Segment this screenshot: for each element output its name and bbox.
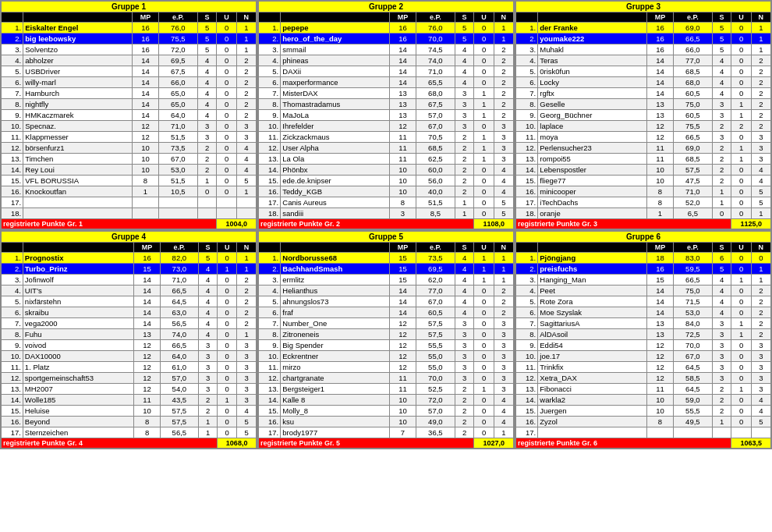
table-row: 18.: [2, 208, 257, 219]
col-header-ep: e.P.: [416, 12, 455, 23]
table-row: 2.BachhandSmash1569,5411: [259, 264, 514, 275]
table-row: 16.Zyzol849,5105: [516, 417, 771, 427]
table-row: 13.rompoi551168,5213: [516, 154, 771, 165]
table-row: 17.: [516, 427, 771, 438]
col-header-name: [281, 12, 390, 23]
col-header-mp: MP: [134, 243, 161, 253]
table-row: 16.minicooper871,0105: [516, 186, 771, 197]
table-row: 9.Big Spender1255,5303: [259, 340, 514, 351]
col-header-rank: [2, 243, 23, 253]
table-row: 5.nixfärstehn1464,5402: [2, 296, 257, 307]
table-row: 9.Eddi541270,0303: [516, 340, 771, 351]
col-header-ep: e.P.: [159, 12, 198, 23]
table-row: 2.Turbo_Prinz1573,0411: [2, 264, 257, 275]
footer-row: registrierte Punkte Gr. 41068,0: [2, 438, 257, 449]
table-row: 17.Sternzeichen856,5105: [2, 427, 257, 438]
table-row: 8.Zitroneneis1257,5303: [259, 329, 514, 340]
table-row: 14.warkla21059,0204: [516, 395, 771, 406]
col-header-rank: [259, 12, 281, 23]
table-row: 12.chartgranate1170,0303: [259, 373, 514, 384]
table-row: 16.ksu1049,0204: [259, 417, 514, 427]
bottom-row-groups: Gruppe 4MPe.P.SUN1.Prognostix1682,05012.…: [0, 230, 772, 449]
table-row: 13.Timchen1067,0204: [2, 154, 257, 165]
col-header-name: [538, 12, 647, 23]
table-row: 8.Thomastradamus1367,5312: [259, 99, 514, 110]
table-row: 3.Muhakl1666,0501: [516, 44, 771, 55]
group-wrapper-gruppe1: Gruppe 1MPe.P.SUN1.Eiskalter Engel1676,0…: [0, 0, 257, 230]
table-row: 17.: [2, 197, 257, 208]
table-row: 11.Trinkfix1264,5303: [516, 362, 771, 373]
table-row: 9.HMKaczmarek1464,0402: [2, 110, 257, 121]
table-row: 7.rgftx1460,5402: [516, 88, 771, 99]
col-header-u: U: [218, 243, 237, 253]
table-row: 14.Lebenspostler1057,5204: [516, 165, 771, 176]
col-header-n: N: [494, 12, 513, 23]
col-header-u: U: [474, 12, 494, 23]
table-row: 16.Knockoutfan110,5001: [2, 186, 257, 197]
col-header-ep: e.P.: [160, 243, 198, 253]
table-row: 7.vega20001456,5402: [2, 318, 257, 329]
col-header-n: N: [494, 243, 513, 253]
group-wrapper-gruppe2: Gruppe 2MPe.P.SUN1.pepepe1676,05012.hero…: [257, 0, 515, 230]
table-row: 5.DAXii1471,0402: [259, 66, 514, 77]
col-header-ep: e.P.: [674, 12, 713, 23]
table-row: 7.Number_One1257,5303: [259, 318, 514, 329]
table-row: 14.Kalle 81072,0204: [259, 395, 514, 406]
table-row: 2.youmake2221666,5501: [516, 34, 771, 44]
col-header-rank: [2, 12, 23, 23]
group-title-gruppe3: Gruppe 3: [516, 2, 771, 12]
table-row: 8.Geselle1375,0312: [516, 99, 771, 110]
table-row: 11.Zickzackmaus1170,5213: [259, 132, 514, 143]
table-row: 4.UIT's1466,5402: [2, 286, 257, 296]
table-row: 10.joe.171267,0303: [516, 351, 771, 362]
group-title-gruppe5: Gruppe 5: [259, 232, 514, 243]
col-header-n: N: [236, 12, 256, 23]
col-header-rank: [259, 243, 281, 253]
group-title-gruppe2: Gruppe 2: [259, 2, 514, 12]
col-header-name: [23, 12, 133, 23]
group-table-gruppe2: Gruppe 2MPe.P.SUN1.pepepe1676,05012.hero…: [258, 1, 514, 229]
table-row: 17.iTechDachs852,0105: [516, 197, 771, 208]
table-row: 16.Teddy_KGB1040,0204: [259, 186, 514, 197]
table-row: 1.Nordborusse681573,5411: [259, 253, 514, 264]
col-header-ep: e.P.: [674, 243, 713, 253]
table-row: 17.brody1977736,5201: [259, 427, 514, 438]
table-row: 4.phineas1474,0402: [259, 55, 514, 66]
table-row: 14.Phönbx1060,0204: [259, 165, 514, 176]
table-row: 1.Eiskalter Engel1676,0501: [2, 23, 257, 34]
table-row: 15.Heluise1057,5204: [2, 406, 257, 417]
table-row: 6.skraibu1463,0402: [2, 307, 257, 318]
table-row: 5.Rote Zora1471,5402: [516, 296, 771, 307]
table-row: 10.laplace1275,5222: [516, 121, 771, 132]
table-row: 6.willy-marl1466,0402: [2, 77, 257, 88]
table-row: 4.abholzer1469,5402: [2, 55, 257, 66]
footer-row: registrierte Punkte Gr. 21108,0: [259, 219, 514, 229]
group-table-gruppe1: Gruppe 1MPe.P.SUN1.Eiskalter Engel1676,0…: [1, 1, 257, 229]
table-row: 13.Fibonacci1164,5213: [516, 384, 771, 395]
table-row: 12.Xetra_DAX1258,5303: [516, 373, 771, 384]
group-table-gruppe3: Gruppe 3MPe.P.SUN1.der Franke1669,05012.…: [515, 1, 771, 229]
table-row: 1.Prognostix1682,0501: [2, 253, 257, 264]
table-row: 2.preisfuchs1659,5501: [516, 264, 771, 275]
groups-container: Gruppe 1MPe.P.SUN1.Eiskalter Engel1676,0…: [0, 0, 772, 449]
table-row: 4.Helianthus1477,0402: [259, 286, 514, 296]
col-header-ep: e.P.: [416, 243, 455, 253]
table-row: 9.voivod1266,5303: [2, 340, 257, 351]
col-header-name: [281, 243, 390, 253]
table-row: 3.smmail1474,5402: [259, 44, 514, 55]
table-row: 13.MH20071254,0303: [2, 384, 257, 395]
col-header-u: U: [474, 243, 494, 253]
table-row: 5.0risk0fun1468,5402: [516, 66, 771, 77]
table-row: 18.oranje16,5001: [516, 208, 771, 219]
col-header-mp: MP: [132, 12, 158, 23]
table-row: 15.Juergen1055,5204: [516, 406, 771, 417]
group-title-gruppe4: Gruppe 4: [2, 232, 257, 243]
group-wrapper-gruppe4: Gruppe 4MPe.P.SUN1.Prognostix1682,05012.…: [0, 230, 257, 449]
col-header-s: S: [197, 12, 217, 23]
col-header-rank: [516, 12, 538, 23]
top-row-groups: Gruppe 1MPe.P.SUN1.Eiskalter Engel1676,0…: [0, 0, 772, 230]
table-row: 12.börsenfurz11073,5204: [2, 143, 257, 154]
table-row: 4.Teras1477,0402: [516, 55, 771, 66]
footer-row: registrierte Punkte Gr. 11004,0: [2, 219, 257, 229]
table-row: 14.Rey Loui1053,0204: [2, 165, 257, 176]
